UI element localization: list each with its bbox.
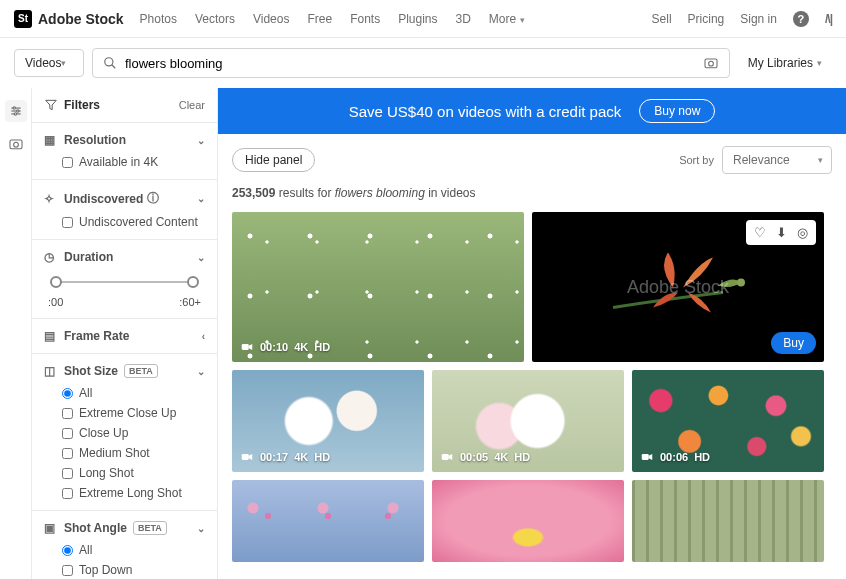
shotsize-items-option[interactable]: Extreme Long Shot [62, 486, 205, 500]
nav-photos[interactable]: Photos [140, 12, 177, 26]
visual-search-icon[interactable] [703, 55, 719, 71]
category-select[interactable]: Videos ▾ [14, 49, 84, 77]
result-tile[interactable]: 00:06 HD [632, 370, 824, 472]
svg-point-0 [105, 58, 113, 66]
pricing-link[interactable]: Pricing [688, 12, 725, 26]
brand[interactable]: St Adobe Stock [14, 10, 124, 28]
sell-link[interactable]: Sell [652, 12, 672, 26]
svg-rect-20 [642, 454, 649, 460]
tile-actions: ♡ ⬇ ◎ [746, 220, 816, 245]
shotsize-items-option[interactable]: All [62, 386, 205, 400]
filters-icon[interactable] [5, 100, 27, 122]
nav-more[interactable]: More ▾ [489, 12, 525, 26]
nav-links: Photos Vectors Videos Free Fonts Plugins… [140, 12, 525, 26]
filter-undiscovered-checkbox[interactable] [62, 217, 73, 228]
result-tile[interactable] [432, 480, 624, 562]
shotsize-icon: ◫ [44, 364, 58, 378]
shotsize-items-option[interactable]: Extreme Close Up [62, 406, 205, 420]
filter-undiscovered-head[interactable]: ✧ Undiscovered ⓘ ⌄ [44, 190, 205, 207]
chevron-down-icon: ⌄ [197, 366, 205, 377]
topbar: St Adobe Stock Photos Vectors Videos Fre… [0, 0, 846, 38]
shotsize-items-option[interactable]: Long Shot [62, 466, 205, 480]
sort-select[interactable]: Relevance ▾ [722, 146, 832, 174]
chevron-down-icon: ▾ [818, 155, 823, 165]
results-toolbar: Hide panel Sort by Relevance ▾ [218, 134, 846, 186]
duration-min: :00 [48, 296, 63, 308]
info-icon[interactable]: ⓘ [147, 190, 161, 207]
result-tile[interactable]: Adobe Stock ♡ ⬇ ◎ Buy [532, 212, 824, 362]
shotangle-items-option[interactable]: Top Down [62, 563, 205, 577]
shotangle-items-input[interactable] [62, 565, 73, 576]
sortby-label: Sort by [679, 154, 714, 166]
duration-slider[interactable] [48, 272, 201, 292]
visual-search-rail-icon[interactable] [8, 136, 24, 152]
chevron-left-icon: ‹ [202, 331, 205, 342]
shotangle-items-option[interactable]: All [62, 543, 205, 557]
filter-shotangle-head[interactable]: ▣ Shot Angle BETA ⌄ [44, 521, 205, 535]
filter-undiscovered-content[interactable]: Undiscovered Content [62, 215, 205, 229]
search-box[interactable] [92, 48, 730, 78]
svg-point-7 [13, 107, 15, 109]
nav-3d[interactable]: 3D [456, 12, 471, 26]
svg-point-8 [16, 110, 18, 112]
nav-vectors[interactable]: Vectors [195, 12, 235, 26]
filter-4k[interactable]: Available in 4K [62, 155, 205, 169]
shotsize-items-input[interactable] [62, 408, 73, 419]
shotsize-items-option[interactable]: Medium Shot [62, 446, 205, 460]
result-tile[interactable]: 00:05 4K HD [432, 370, 624, 472]
filter-duration: ◷ Duration ⌄ :00 :60+ [32, 240, 217, 319]
beta-badge: BETA [133, 521, 167, 535]
filter-resolution-head[interactable]: ▦ Resolution ⌄ [44, 133, 205, 147]
download-icon[interactable]: ⬇ [776, 225, 787, 240]
tile-buy-button[interactable]: Buy [771, 332, 816, 354]
shotsize-items-input[interactable] [62, 488, 73, 499]
search-row: Videos ▾ My Libraries ▾ [0, 38, 846, 88]
result-tile[interactable]: 00:17 4K HD [232, 370, 424, 472]
nav-videos[interactable]: Videos [253, 12, 289, 26]
svg-marker-19 [449, 454, 453, 460]
shotsize-items-input[interactable] [62, 468, 73, 479]
similar-icon[interactable]: ◎ [797, 225, 808, 240]
search-input[interactable] [125, 56, 695, 71]
tile-meta: 00:17 4K HD [240, 450, 330, 464]
main-content: Save US$40 on videos with a credit pack … [218, 88, 846, 579]
result-tile[interactable] [232, 480, 424, 562]
slider-min-knob[interactable] [50, 276, 62, 288]
my-libraries[interactable]: My Libraries ▾ [738, 50, 832, 76]
favorite-icon[interactable]: ♡ [754, 225, 766, 240]
filter-4k-checkbox[interactable] [62, 157, 73, 168]
filter-icon [44, 98, 58, 112]
filter-duration-head[interactable]: ◷ Duration ⌄ [44, 250, 205, 264]
sort-value: Relevance [733, 153, 790, 167]
shotsize-items-input[interactable] [62, 428, 73, 439]
filter-framerate-head[interactable]: ▤ Frame Rate ‹ [44, 329, 205, 343]
shotangle-icon: ▣ [44, 521, 58, 535]
beta-badge: BETA [124, 364, 158, 378]
duration-max: :60+ [179, 296, 201, 308]
results-grid: 00:10 4K HD Adobe Stock [218, 212, 846, 576]
clear-filters[interactable]: Clear [179, 99, 205, 111]
shotsize-items-input[interactable] [62, 448, 73, 459]
filter-framerate: ▤ Frame Rate ‹ [32, 319, 217, 354]
sort-wrap: Sort by Relevance ▾ [679, 146, 832, 174]
help-icon[interactable]: ? [793, 11, 809, 27]
filter-shotangle: ▣ Shot Angle BETA ⌄ AllTop DownAerialHig… [32, 511, 217, 579]
shotsize-items-option[interactable]: Close Up [62, 426, 205, 440]
result-tile[interactable]: 00:10 4K HD [232, 212, 524, 362]
nav-free[interactable]: Free [307, 12, 332, 26]
shotsize-items-input[interactable] [62, 388, 73, 399]
video-icon [640, 450, 654, 464]
filter-shotsize-head[interactable]: ◫ Shot Size BETA ⌄ [44, 364, 205, 378]
slider-max-knob[interactable] [187, 276, 199, 288]
promo-buy-button[interactable]: Buy now [639, 99, 715, 123]
hide-panel-button[interactable]: Hide panel [232, 148, 315, 172]
chevron-down-icon: ⌄ [197, 193, 205, 204]
result-tile[interactable] [632, 480, 824, 562]
nav-plugins[interactable]: Plugins [398, 12, 437, 26]
shotangle-items-input[interactable] [62, 545, 73, 556]
signin-link[interactable]: Sign in [740, 12, 777, 26]
filter-framerate-label: Frame Rate [64, 329, 129, 343]
svg-marker-17 [249, 454, 253, 460]
video-icon [240, 450, 254, 464]
nav-fonts[interactable]: Fonts [350, 12, 380, 26]
